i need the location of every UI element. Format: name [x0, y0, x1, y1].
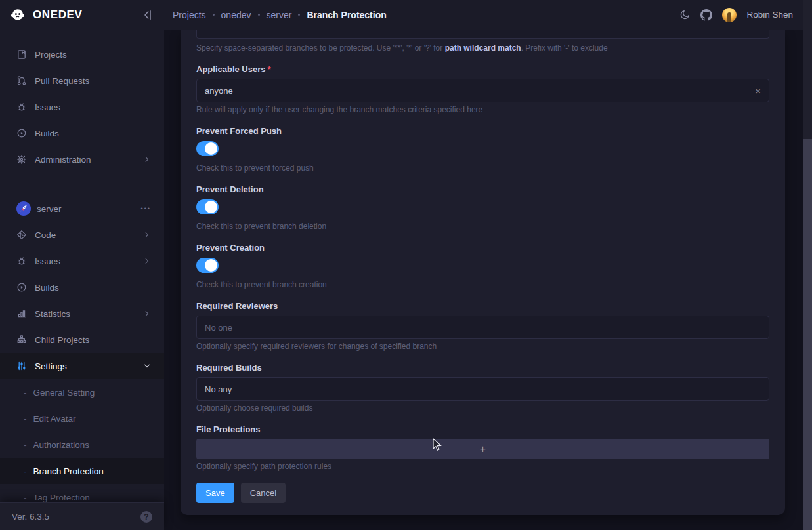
projects-icon: [16, 49, 27, 60]
sidebar-item-label: Child Projects: [35, 335, 89, 345]
required-reviewers-placeholder: No one: [205, 323, 232, 333]
bar-chart-icon: [16, 308, 27, 319]
project-name: server: [37, 204, 62, 214]
dash-bullet: -: [24, 440, 27, 450]
applicable-users-help: Rule will apply only if the user changin…: [196, 106, 769, 114]
page-title: Branch Protection: [307, 10, 386, 20]
prevent-forced-push-toggle[interactable]: [196, 141, 219, 156]
brand[interactable]: ONEDEV: [9, 7, 142, 24]
toggle-knob: [205, 201, 217, 213]
file-protections-add-bar[interactable]: +: [196, 439, 769, 459]
bug-icon: [16, 102, 27, 112]
sidebar-item-label: Issues: [35, 256, 60, 266]
sidebar-item-child-projects[interactable]: Child Projects: [0, 327, 164, 353]
branch-protection-form: Specify space-separated branches to be p…: [181, 30, 785, 515]
sidebar-item-administration[interactable]: Administration: [0, 146, 164, 173]
sidebar-item-project-builds[interactable]: Builds: [0, 274, 164, 300]
prevent-deletion-help: Check this to prevent branch deletion: [196, 222, 769, 231]
sidebar-item-projects[interactable]: Projects: [0, 41, 164, 68]
sidebar-item-settings[interactable]: Settings: [0, 353, 164, 379]
required-reviewers-input[interactable]: No one: [196, 316, 769, 339]
window-scrollbar-thumb[interactable]: [803, 139, 812, 530]
branches-input-partial[interactable]: [196, 30, 769, 39]
applicable-users-input[interactable]: anyone ×: [196, 79, 769, 102]
sidebar-project-row[interactable]: server •••: [0, 195, 164, 222]
sidebar-header: ONEDEV: [0, 0, 164, 30]
user-avatar[interactable]: [722, 8, 737, 22]
applicable-users-label: Applicable Users*: [196, 64, 769, 75]
dash-bullet: -: [24, 414, 27, 424]
prevent-deletion-label: Prevent Deletion: [196, 184, 769, 195]
required-builds-help: Optionally choose required builds: [196, 404, 769, 413]
required-builds-input[interactable]: No any: [196, 377, 769, 401]
breadcrumb-projects[interactable]: Projects: [173, 10, 206, 20]
sidebar-subitem-edit-avatar[interactable]: - Edit Avatar: [0, 405, 164, 432]
toggle-knob: [205, 259, 217, 272]
sidebar-item-builds[interactable]: Builds: [0, 120, 164, 146]
breadcrumb-separator: [298, 14, 300, 16]
help-icon[interactable]: ?: [140, 511, 152, 523]
collapse-sidebar-icon[interactable]: [142, 9, 154, 21]
required-reviewers-label: Required Reviewers: [196, 301, 769, 312]
chevron-right-icon: [143, 155, 151, 163]
sidebar-item-label: Builds: [35, 283, 59, 293]
sidebar-item-project-issues[interactable]: Issues: [0, 248, 164, 274]
more-options-icon[interactable]: •••: [141, 205, 151, 212]
git-code-icon: [16, 230, 27, 240]
sidebar-item-label: Settings: [35, 361, 67, 371]
onedev-logo-icon: [9, 7, 26, 24]
prevent-creation-toggle[interactable]: [196, 258, 219, 273]
file-protections-label: File Protections: [196, 424, 769, 435]
file-protections-help: Optionally specify path protection rules: [196, 462, 769, 471]
bug-icon: [16, 256, 27, 266]
dash-bullet: -: [24, 466, 27, 476]
branches-help-text-2: . Prefix with '-' to exclude: [521, 43, 608, 52]
sidebar-main-nav: Projects Pull Requests Issues: [0, 41, 164, 173]
sidebar-subitem-branch-protection[interactable]: - Branch Protection: [0, 458, 164, 484]
branches-help: Specify space-separated branches to be p…: [196, 44, 769, 52]
path-wildcard-link[interactable]: path wildcard match: [445, 43, 521, 52]
dark-mode-moon-icon[interactable]: [679, 9, 691, 20]
user-name[interactable]: Robin Shen: [746, 10, 793, 20]
hierarchy-icon: [16, 335, 27, 345]
sidebar-divider: [0, 184, 164, 184]
chevron-right-icon: [143, 257, 151, 265]
sidebar-subitem-label: Tag Protection: [33, 493, 90, 502]
save-button[interactable]: Save: [196, 483, 234, 503]
chevron-right-icon: [143, 310, 151, 317]
required-builds-placeholder: No any: [205, 384, 232, 394]
sidebar-item-label: Projects: [35, 50, 67, 60]
sidebar-subitem-general-setting[interactable]: - General Setting: [0, 379, 164, 405]
sidebar-item-issues[interactable]: Issues: [0, 94, 164, 120]
required-reviewers-help: Optionally specify required reviewers fo…: [196, 342, 769, 351]
breadcrumb-separator: [258, 14, 260, 16]
topbar: Projects onedev server Branch Protection…: [164, 0, 803, 30]
add-icon[interactable]: +: [480, 443, 486, 455]
sidebar-item-pull-requests[interactable]: Pull Requests: [0, 68, 164, 94]
sidebar: ONEDEV Projects Pull: [0, 0, 164, 530]
sidebar-item-statistics[interactable]: Statistics: [0, 300, 164, 327]
github-icon[interactable]: [700, 9, 712, 21]
sidebar-subitem-label: Edit Avatar: [33, 414, 76, 424]
sidebar-project-nav: server ••• Code: [0, 195, 164, 510]
breadcrumb-server[interactable]: server: [267, 10, 292, 20]
sidebar-item-label: Statistics: [35, 309, 70, 319]
form-actions: Save Cancel: [196, 483, 769, 503]
pull-request-icon: [16, 75, 27, 86]
toggle-knob: [205, 142, 217, 155]
sidebar-item-code[interactable]: Code: [0, 222, 164, 248]
branches-help-text: Specify space-separated branches to be p…: [196, 43, 445, 52]
clear-icon[interactable]: ×: [755, 86, 761, 96]
prevent-creation-help: Check this to prevent branch creation: [196, 281, 769, 289]
cancel-button[interactable]: Cancel: [241, 483, 286, 503]
play-circle-icon: [16, 128, 27, 138]
sidebar-subitem-authorizations[interactable]: - Authorizations: [0, 432, 164, 458]
sidebar-item-label: Administration: [35, 155, 91, 165]
prevent-deletion-toggle[interactable]: [196, 199, 219, 214]
brand-name: ONEDEV: [33, 9, 82, 22]
sidebar-footer: Ver. 6.3.5 ?: [0, 502, 164, 530]
window-scrollbar-track[interactable]: [803, 0, 812, 530]
breadcrumb-onedev[interactable]: onedev: [221, 10, 251, 20]
sidebar-item-label: Code: [35, 230, 56, 240]
label-text: Applicable Users: [196, 64, 266, 74]
